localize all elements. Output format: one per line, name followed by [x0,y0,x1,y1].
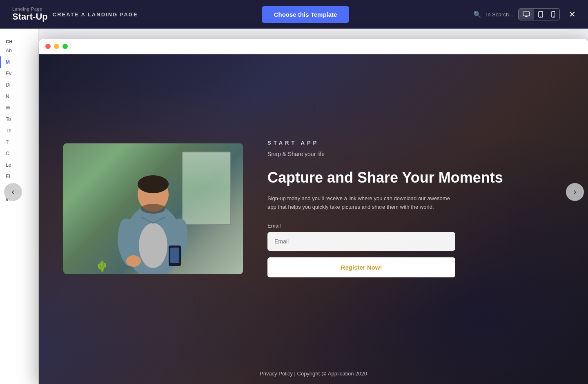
traffic-light-yellow[interactable] [54,44,59,49]
landing-preview: 🌵 [39,54,588,384]
logo: Landing Page Start-Up [12,7,48,22]
svg-rect-0 [523,12,530,16]
tablet-view-button[interactable] [534,9,547,20]
app-headline: Capture and Share Your Moments [267,169,564,186]
sidebar-item-el[interactable]: El [0,171,38,182]
next-arrow-button[interactable]: › [566,183,584,201]
app-name: START APP [267,140,564,146]
sidebar-item-m[interactable]: M [0,56,38,68]
svg-point-4 [540,16,541,17]
traffic-light-green[interactable] [62,44,68,49]
sidebar-item-th1[interactable]: Th [0,125,38,136]
search-placeholder: In Search... [486,11,513,18]
sidebar-item-c[interactable]: C [0,148,38,159]
sidebar-item-t[interactable]: T [0,136,38,148]
logo-name: Start-Up [12,11,48,22]
search-icon: 🔍 [473,11,481,18]
landing-main-section: 🌵 [39,54,588,363]
svg-point-6 [553,16,554,17]
cactus-decoration: 🌵 [96,261,108,272]
left-arrow-icon: ‹ [11,187,14,197]
svg-point-14 [126,255,141,267]
hero-image: 🌵 [63,143,243,274]
traffic-light-red[interactable] [45,44,51,49]
top-bar-center: Choose this Template [138,6,473,23]
svg-rect-13 [170,248,179,263]
mobile-view-button[interactable] [547,9,559,20]
right-arrow-icon: › [573,187,576,197]
preview-modal: 🌵 [39,39,588,384]
sidebar-item-to[interactable]: To [0,114,38,125]
person-silhouette [108,152,198,274]
close-button[interactable]: ✕ [569,9,576,19]
landing-footer: Privacy Policy | Copyright @ Application… [39,363,588,384]
choose-template-button[interactable]: Choose this Template [262,6,350,23]
modal-title-bar [39,39,588,54]
top-bar: Landing Page Start-Up CREATE A LANDING P… [0,0,588,29]
hero-right-content: START APP Snap & Share your life Capture… [243,140,564,278]
sidebar-item-n[interactable]: N [0,91,38,102]
svg-point-11 [141,204,165,214]
email-label: Email [267,223,564,229]
sidebar-section-title: CH [0,37,38,45]
email-input[interactable] [267,232,455,251]
sidebar-item-di[interactable]: Di [0,79,38,91]
sidebar: CH Ab M Ev Di N W To Th T C Le El O In [0,29,39,384]
top-bar-right: 🔍 In Search... [473,8,576,20]
device-switcher [518,8,560,20]
desktop-view-button[interactable] [519,9,534,20]
app-description: Sign-up today and you'll receive a link … [267,194,455,212]
svg-point-8 [139,223,167,268]
register-button[interactable]: Register Now! [267,257,455,277]
page-title: CREATE A LANDING PAGE [53,11,138,18]
sidebar-item-ab[interactable]: Ab [0,45,38,56]
footer-text: Privacy Policy | Copyright @ Application… [260,371,367,377]
sidebar-item-ev[interactable]: Ev [0,68,38,79]
previous-arrow-button[interactable]: ‹ [4,183,22,201]
logo-sub: Landing Page [12,7,48,11]
app-tagline: Snap & Share your life [267,151,564,157]
svg-point-10 [138,175,169,193]
sidebar-item-le[interactable]: Le [0,159,38,171]
sidebar-item-w[interactable]: W [0,102,38,114]
